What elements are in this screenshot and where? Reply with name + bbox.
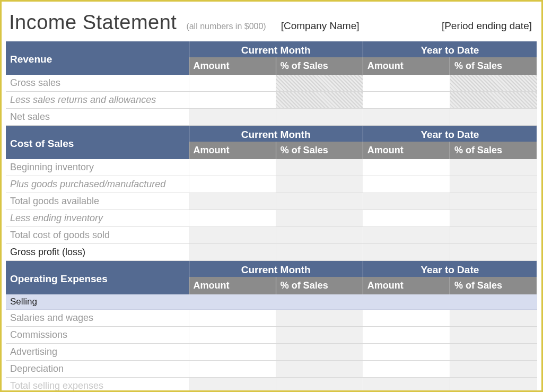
cell-cm-amount[interactable]	[189, 344, 276, 361]
col-pct-ytd: % of Sales	[450, 142, 537, 159]
col-group-year-to-date: Year to Date	[363, 261, 537, 277]
cell-cm-pct[interactable]	[276, 327, 363, 344]
row-label: Advertising	[6, 344, 189, 361]
cell-cm-pct[interactable]	[276, 159, 363, 176]
cell-cm-amount[interactable]	[189, 92, 276, 109]
cell-cm-amount[interactable]	[189, 227, 276, 244]
cell-ytd-pct[interactable]	[450, 193, 537, 210]
cell-cm-pct[interactable]	[276, 75, 363, 92]
cell-cm-amount[interactable]	[189, 193, 276, 210]
cell-cm-pct[interactable]	[276, 361, 363, 378]
row-label: Gross sales	[6, 75, 189, 92]
col-pct-cm: % of Sales	[276, 277, 363, 294]
cell-cm-pct[interactable]	[276, 244, 363, 261]
row-label: Less sales returns and allowances	[6, 92, 189, 109]
subtitle: (all numbers in $000)	[186, 22, 266, 31]
cell-ytd-pct[interactable]	[450, 159, 537, 176]
cell-ytd-pct[interactable]	[450, 210, 537, 227]
cell-cm-amount[interactable]	[189, 378, 276, 393]
cell-ytd-amount[interactable]	[363, 75, 450, 92]
col-amount-cm: Amount	[189, 277, 276, 294]
cell-cm-amount[interactable]	[189, 159, 276, 176]
cell-ytd-amount[interactable]	[363, 361, 450, 378]
col-group-current-month: Current Month	[189, 41, 363, 57]
col-pct-cm: % of Sales	[276, 57, 363, 75]
cell-cm-amount[interactable]	[189, 109, 276, 126]
col-pct-ytd: % of Sales	[450, 277, 537, 294]
cell-cm-amount[interactable]	[189, 176, 276, 193]
period-ending: [Period ending date]	[442, 20, 534, 32]
income-statement-table: Revenue Current Month Year to Date Amoun…	[6, 41, 537, 392]
cell-ytd-amount[interactable]	[363, 227, 450, 244]
col-pct-ytd: % of Sales	[450, 57, 537, 75]
cell-ytd-pct[interactable]	[450, 378, 537, 393]
row-label: Salaries and wages	[6, 310, 189, 327]
row-label: Commissions	[6, 327, 189, 344]
cell-ytd-pct[interactable]	[450, 244, 537, 261]
cell-ytd-pct[interactable]	[450, 75, 537, 92]
row-label: Net sales	[6, 109, 189, 126]
cell-cm-amount[interactable]	[189, 75, 276, 92]
subsection-selling: Selling	[6, 294, 537, 310]
col-amount-cm: Amount	[189, 142, 276, 159]
col-group-current-month: Current Month	[189, 261, 363, 277]
cell-ytd-amount[interactable]	[363, 210, 450, 227]
cell-cm-pct[interactable]	[276, 310, 363, 327]
cell-ytd-amount[interactable]	[363, 176, 450, 193]
col-group-year-to-date: Year to Date	[363, 41, 537, 57]
title-bar: Income Statement (all numbers in $000) […	[6, 7, 537, 41]
company-name: [Company Name]	[281, 20, 360, 32]
row-label: Total selling expenses	[6, 378, 189, 393]
cell-ytd-pct[interactable]	[450, 227, 537, 244]
col-amount-cm: Amount	[189, 57, 276, 75]
cell-cm-pct[interactable]	[276, 344, 363, 361]
col-amount-ytd: Amount	[363, 277, 450, 294]
cell-cm-pct[interactable]	[276, 92, 363, 109]
row-label: Total cost of goods sold	[6, 227, 189, 244]
cell-ytd-amount[interactable]	[363, 378, 450, 393]
row-label: Depreciation	[6, 361, 189, 378]
row-label: Plus goods purchased/manufactured	[6, 176, 189, 193]
cell-ytd-amount[interactable]	[363, 109, 450, 126]
cell-cm-pct[interactable]	[276, 193, 363, 210]
cell-cm-pct[interactable]	[276, 109, 363, 126]
cell-ytd-pct[interactable]	[450, 327, 537, 344]
cell-cm-amount[interactable]	[189, 361, 276, 378]
cell-cm-pct[interactable]	[276, 176, 363, 193]
cell-ytd-amount[interactable]	[363, 244, 450, 261]
col-pct-cm: % of Sales	[276, 142, 363, 159]
cell-ytd-amount[interactable]	[363, 92, 450, 109]
cell-cm-pct[interactable]	[276, 210, 363, 227]
col-amount-ytd: Amount	[363, 57, 450, 75]
cell-cm-amount[interactable]	[189, 310, 276, 327]
row-label: Beginning inventory	[6, 159, 189, 176]
row-label: Total goods available	[6, 193, 189, 210]
cell-ytd-pct[interactable]	[450, 361, 537, 378]
cell-ytd-pct[interactable]	[450, 92, 537, 109]
cell-ytd-pct[interactable]	[450, 109, 537, 126]
cell-ytd-pct[interactable]	[450, 176, 537, 193]
cell-ytd-amount[interactable]	[363, 159, 450, 176]
cell-ytd-amount[interactable]	[363, 193, 450, 210]
cell-cm-amount[interactable]	[189, 244, 276, 261]
section-header-revenue: Revenue	[6, 41, 189, 75]
section-header-operating-expenses: Operating Expenses	[6, 261, 189, 295]
cell-cm-amount[interactable]	[189, 210, 276, 227]
row-label-gross-profit: Gross profit (loss)	[6, 244, 189, 261]
section-header-cost-of-sales: Cost of Sales	[6, 126, 189, 160]
col-group-year-to-date: Year to Date	[363, 126, 537, 142]
col-amount-ytd: Amount	[363, 142, 450, 159]
cell-cm-pct[interactable]	[276, 227, 363, 244]
cell-ytd-pct[interactable]	[450, 310, 537, 327]
row-label: Less ending inventory	[6, 210, 189, 227]
cell-ytd-amount[interactable]	[363, 310, 450, 327]
cell-ytd-amount[interactable]	[363, 327, 450, 344]
col-group-current-month: Current Month	[189, 126, 363, 142]
cell-cm-amount[interactable]	[189, 327, 276, 344]
page-title: Income Statement	[9, 11, 177, 34]
cell-cm-pct[interactable]	[276, 378, 363, 393]
cell-ytd-pct[interactable]	[450, 344, 537, 361]
cell-ytd-amount[interactable]	[363, 344, 450, 361]
